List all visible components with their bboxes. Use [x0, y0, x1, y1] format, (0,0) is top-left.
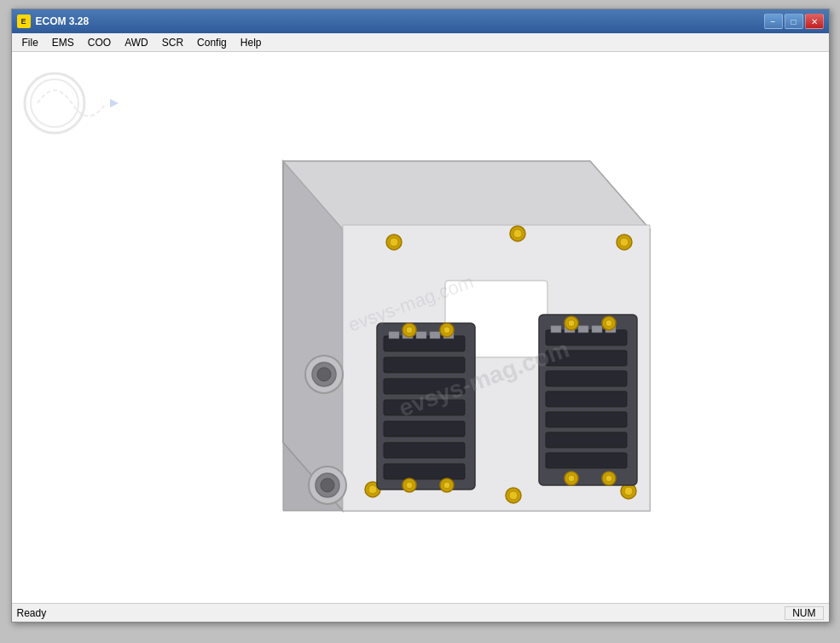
main-content: evsys-mag.com evsys-mag.com: [12, 52, 829, 603]
menu-config[interactable]: Config: [190, 35, 234, 50]
svg-point-13: [620, 238, 629, 246]
svg-rect-53: [546, 412, 627, 427]
svg-rect-54: [546, 432, 627, 448]
svg-rect-32: [384, 421, 465, 437]
svg-rect-34: [384, 464, 465, 479]
svg-rect-33: [384, 443, 465, 458]
minimize-button[interactable]: −: [764, 14, 783, 29]
menu-coo[interactable]: COO: [81, 35, 118, 50]
svg-point-47: [443, 482, 450, 489]
svg-point-9: [390, 238, 398, 246]
svg-point-0: [25, 73, 84, 133]
svg-rect-58: [578, 326, 588, 333]
svg-point-15: [368, 485, 377, 494]
svg-rect-59: [592, 326, 602, 333]
svg-rect-29: [384, 357, 465, 373]
svg-point-43: [443, 327, 450, 333]
svg-point-22: [317, 368, 331, 381]
svg-point-25: [321, 478, 334, 492]
svg-rect-35: [389, 332, 399, 339]
main-window: E ECOM 3.28 − □ ✕ File EMS COO AWD SCR C…: [11, 9, 830, 623]
svg-point-68: [605, 475, 612, 482]
titlebar: E ECOM 3.28 − □ ✕: [12, 9, 829, 33]
logo-watermark: [20, 69, 123, 137]
svg-rect-55: [546, 453, 627, 468]
window-title: ECOM 3.28: [36, 15, 90, 27]
ecu-svg: evsys-mag.com evsys-mag.com: [198, 93, 692, 579]
svg-rect-52: [546, 391, 627, 407]
svg-point-45: [406, 482, 413, 489]
svg-rect-38: [430, 332, 440, 339]
svg-point-62: [568, 320, 575, 327]
menu-ems[interactable]: EMS: [45, 35, 81, 50]
svg-point-66: [568, 475, 575, 482]
statusbar: Ready NUM: [12, 603, 829, 622]
svg-rect-56: [551, 326, 561, 333]
titlebar-controls: − □ ✕: [764, 14, 824, 29]
svg-marker-6: [283, 161, 650, 229]
ecu-illustration: evsys-mag.com evsys-mag.com: [198, 93, 692, 582]
svg-rect-51: [546, 371, 627, 386]
svg-point-11: [513, 229, 522, 238]
titlebar-left: E ECOM 3.28: [17, 14, 90, 28]
svg-point-41: [406, 327, 413, 333]
menu-awd[interactable]: AWD: [118, 35, 155, 50]
num-indicator: NUM: [785, 606, 823, 620]
svg-marker-2: [110, 99, 119, 107]
menu-help[interactable]: Help: [234, 35, 269, 50]
svg-point-17: [509, 491, 518, 500]
maximize-button[interactable]: □: [785, 14, 803, 29]
svg-rect-37: [416, 332, 426, 339]
app-icon: E: [17, 14, 31, 28]
svg-point-19: [624, 487, 633, 495]
menubar: File EMS COO AWD SCR Config Help: [12, 33, 829, 52]
status-text: Ready: [17, 607, 47, 619]
menu-scr[interactable]: SCR: [155, 35, 190, 50]
svg-point-64: [605, 320, 612, 327]
close-button[interactable]: ✕: [805, 14, 824, 29]
canvas-area: evsys-mag.com evsys-mag.com: [12, 52, 829, 603]
menu-file[interactable]: File: [15, 35, 45, 50]
